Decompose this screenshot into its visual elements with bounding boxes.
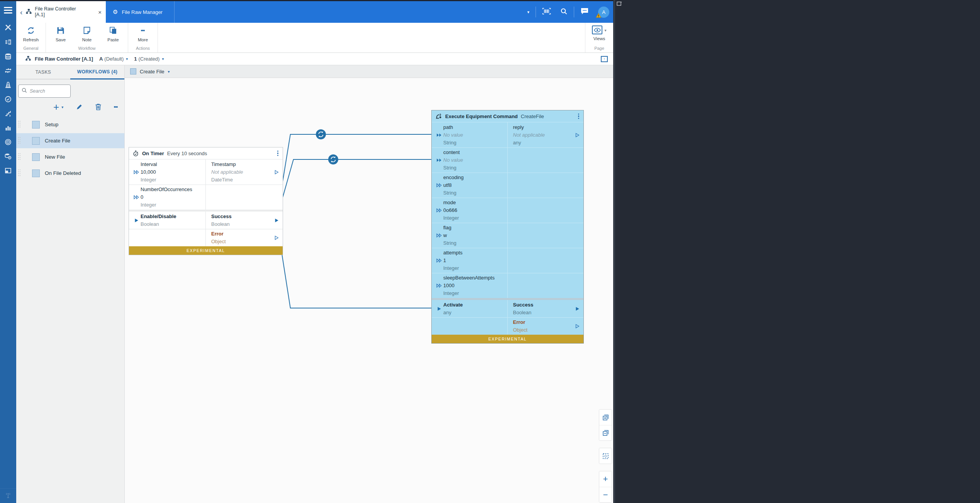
bar-chart-icon[interactable] [4,124,12,132]
param-type: Integer [141,176,205,184]
save-button[interactable]: Save [52,25,69,42]
tab-file-raw-controller[interactable]: ‹ File Raw Controller [A.1] × [16,1,106,23]
refresh-button[interactable]: Refresh [22,25,39,42]
views-button[interactable]: ▾ Views [591,25,608,41]
edit-icon[interactable] [76,103,83,110]
barcode-scan-icon[interactable] [542,8,551,16]
search-input[interactable] [30,88,67,94]
workflow-node-on-timer[interactable]: On TimerEvery 10 secondsInterval10,000In… [129,147,283,255]
zoom-in-icon[interactable]: + [599,471,612,487]
param-value: 0 [141,193,205,201]
target-icon[interactable] [4,138,12,146]
default-input-port-icon[interactable] [435,283,443,288]
add-workflow-button[interactable]: + [53,103,59,111]
tab-file-raw-manager[interactable]: ⚙ File Raw Manager [106,1,175,23]
tools-icon[interactable] [4,24,12,32]
window-frame-icon[interactable] [4,167,12,174]
param-value: No value [443,156,507,164]
cone-icon[interactable] [4,81,12,89]
param-name: Timestamp [211,161,272,168]
tab-tasks[interactable]: TASKS [16,65,70,80]
avatar-initial: A [602,9,605,15]
back-icon[interactable]: ‹ [20,8,23,16]
param-value: utf8 [443,181,507,189]
param-type: Integer [443,264,507,272]
window-restore-icon[interactable] [617,1,622,5]
workflow-list-item[interactable]: Setup [16,117,124,132]
canvas-tab[interactable]: Create File ▾ [125,65,613,78]
delete-icon[interactable] [95,103,102,110]
param-type: any [513,139,573,147]
node-row: Interval10,000IntegerTimestampNot applic… [129,159,283,185]
paste-button[interactable]: Paste [105,25,122,42]
activation-input-port-icon[interactable] [132,218,141,223]
output-solid-port-icon[interactable] [272,218,281,223]
connected-input-port-icon[interactable] [435,133,443,137]
output-outline-port-icon[interactable] [272,170,281,174]
workflow-label: On File Deleted [45,170,81,176]
instance-selector[interactable]: 1 (Created) ▾ [134,56,164,62]
menu-icon[interactable] [4,5,12,15]
search-icon[interactable] [560,8,568,17]
output-outline-port-icon[interactable] [573,133,582,137]
output-outline-port-icon[interactable] [272,235,281,240]
default-input-port-icon[interactable] [435,258,443,263]
drag-handle-icon[interactable] [17,168,21,178]
workflow-list-item[interactable]: New File [16,149,124,164]
expand-nodes-icon[interactable] [599,410,612,425]
chevron-down-icon[interactable]: ▾ [61,105,63,109]
activation-input-port-icon[interactable] [435,307,443,311]
ribbon-group-workflow: Save Note Paste [46,23,128,53]
steps-icon[interactable] [4,110,12,117]
tab-workflows[interactable]: WORKFLOWS (4) [70,65,124,80]
param-name: Activate [443,301,507,309]
database-icon[interactable] [4,53,12,60]
panel-actions: + ▾ [16,98,124,115]
more-button[interactable]: More [134,25,151,42]
param-name: flag [443,224,507,232]
workflow-list-item[interactable]: On File Deleted [16,166,124,181]
canvas-column: Create File ▾ [125,65,613,503]
node-menu-icon[interactable] [276,149,279,157]
gauge-icon[interactable] [4,95,12,103]
workflow-canvas[interactable]: + − On TimerEvery 10 secondsInterval10,0… [125,78,613,503]
chevron-down-icon[interactable]: ▾ [168,69,170,74]
close-icon[interactable]: × [97,9,103,15]
chevron-down-icon[interactable]: ▾ [604,28,606,32]
plugin-icon[interactable] [4,38,12,46]
default-input-port-icon[interactable] [132,170,141,174]
fit-to-screen-icon[interactable] [599,448,612,464]
version-selector[interactable]: A (Default) ▾ [99,56,128,62]
output-outline-port-icon[interactable] [573,324,582,329]
drag-handle-icon[interactable] [17,136,21,146]
chat-icon[interactable] [580,7,589,17]
connected-input-port-icon[interactable] [435,158,443,163]
output-solid-port-icon[interactable] [573,307,582,311]
collapse-ribbon-icon[interactable]: ↑ [601,56,608,62]
drag-handle-icon[interactable] [17,120,21,130]
default-input-port-icon[interactable] [435,233,443,238]
antenna-icon[interactable] [0,488,16,503]
param-type: Boolean [141,220,205,228]
default-input-port-icon[interactable] [132,195,141,200]
drag-handle-icon[interactable] [17,152,21,162]
transform-icon[interactable] [4,67,12,75]
node-menu-icon[interactable] [577,112,580,120]
ribbon: Refresh General Save [16,23,613,53]
workflow-list-item[interactable]: Create File [16,133,124,148]
chevron-down-icon[interactable]: ▾ [527,10,529,15]
default-input-port-icon[interactable] [435,208,443,213]
param-name: encoding [443,174,507,181]
workflow-label: New File [45,154,65,160]
note-button[interactable]: Note [78,25,95,42]
experimental-banner: EXPERIMENTAL [129,246,283,255]
default-input-port-icon[interactable] [435,183,443,188]
avatar[interactable]: A [598,7,609,18]
node-row: encodingutf8String [432,173,583,198]
more-icon[interactable] [114,105,118,108]
zoom-out-icon[interactable]: − [599,487,612,502]
data-eye-icon[interactable] [4,152,12,160]
node-row: attempts1Integer [432,248,583,273]
collapse-nodes-icon[interactable] [599,425,612,440]
workflow-node-execute[interactable]: Execute Equipment CommandCreateFilepathN… [431,110,584,344]
